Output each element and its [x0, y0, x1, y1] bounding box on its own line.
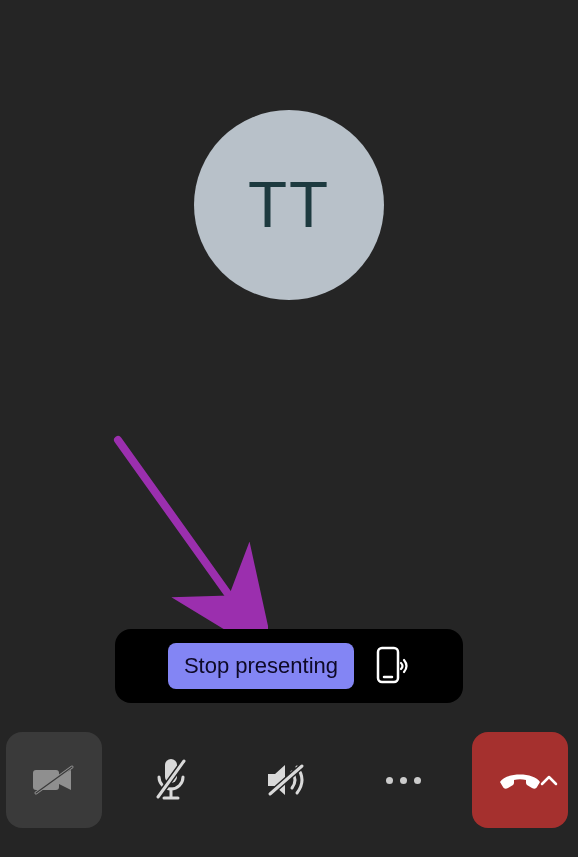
phone-speaker-icon: [376, 646, 410, 686]
avatar-initials: TT: [248, 168, 330, 242]
call-stage: TT Stop presenting: [0, 0, 578, 857]
speaker-toggle-button[interactable]: [239, 732, 335, 828]
participant-avatar: TT: [194, 110, 384, 300]
speaker-off-icon: [264, 760, 310, 800]
annotation-arrow: [108, 435, 268, 645]
mic-off-icon: [152, 757, 190, 803]
camera-off-icon: [32, 763, 76, 797]
phone-hangup-icon: [498, 770, 542, 790]
camera-toggle-button[interactable]: [6, 732, 102, 828]
presenting-toolbar: Stop presenting: [115, 629, 463, 703]
end-call-button[interactable]: [472, 732, 568, 828]
chevron-up-icon: [540, 774, 558, 786]
svg-line-0: [118, 440, 243, 615]
more-icon: [386, 777, 421, 784]
device-audio-button[interactable]: [376, 645, 410, 687]
mic-toggle-button[interactable]: [123, 732, 219, 828]
more-options-button[interactable]: [356, 732, 452, 828]
call-control-bar: [0, 730, 578, 830]
stop-presenting-button[interactable]: Stop presenting: [168, 643, 354, 689]
